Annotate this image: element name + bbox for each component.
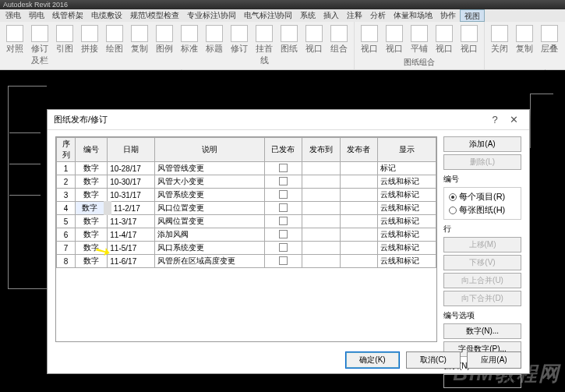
tool-icon: [206, 25, 223, 42]
tool-icon: [411, 25, 428, 42]
tool-icon: [106, 25, 123, 42]
menu-item[interactable]: 注释: [343, 9, 366, 22]
tool-icon: [281, 25, 298, 42]
move-up-button: 上移(M): [443, 237, 521, 253]
menu-item[interactable]: 系统: [296, 9, 320, 22]
table-row[interactable]: 1数字10-28/17风管管线变更标记: [57, 162, 436, 175]
dialog-title: 图纸发布/修订: [54, 114, 486, 125]
menu-item[interactable]: 电缆敷设: [87, 9, 126, 22]
num-options-label: 编号选项: [443, 310, 521, 321]
ribbon-button[interactable]: 视口: [358, 23, 381, 56]
table-row[interactable]: 8数字11-6/17风管所在区域高度变更云线和标记: [57, 255, 436, 268]
arclen-input[interactable]: 20.0: [443, 374, 521, 388]
ribbon-button[interactable]: 复制: [513, 23, 536, 68]
menu-item[interactable]: 体量和场地: [390, 9, 436, 22]
menu-item[interactable]: 协作: [436, 9, 460, 22]
table-row[interactable]: 4数字11-2/17风口位置变更云线和标记: [57, 202, 436, 215]
ribbon-button[interactable]: 拼接: [78, 23, 101, 68]
tool-icon: [231, 25, 248, 42]
merge-up-button: 向上合并(U): [443, 273, 521, 288]
ribbon-button[interactable]: 复制: [128, 23, 151, 68]
ribbon-button[interactable]: 挂首线: [252, 23, 276, 68]
revisions-table[interactable]: 序列编号日期说明已发布发布到发布者显示 1数字10-28/17风管管线变更标记2…: [56, 137, 436, 342]
published-checkbox[interactable]: [264, 202, 302, 215]
per-sheet-radio[interactable]: 每张图纸(H): [446, 203, 519, 217]
table-header[interactable]: 编号: [76, 138, 108, 162]
per-project-radio[interactable]: 每个项目(R): [446, 190, 519, 203]
ribbon-button[interactable]: 关闭: [488, 23, 511, 68]
ribbon-button[interactable]: 图例: [153, 23, 176, 68]
menu-item[interactable]: 插入: [320, 9, 343, 22]
ribbon-button[interactable]: 引图: [53, 23, 76, 68]
menu-item[interactable]: 弱电: [25, 9, 48, 22]
menu-bar[interactable]: 强电弱电线管桥架电缆敷设规范\模型检查专业标注\协同电气标注\协同系统插入注释分…: [0, 9, 565, 22]
ribbon-button[interactable]: 标准: [178, 23, 201, 68]
tool-icon: [56, 25, 73, 42]
menu-item[interactable]: 规范\模型检查: [126, 9, 183, 22]
cancel-button[interactable]: 取消(C): [406, 351, 461, 369]
ribbon-button[interactable]: 视口: [457, 23, 481, 56]
add-button[interactable]: 添加(A): [443, 136, 521, 152]
numbering-label: 编号: [443, 174, 521, 185]
menu-item[interactable]: 专业标注\协同: [183, 9, 240, 22]
published-checkbox[interactable]: [264, 215, 302, 228]
table-row[interactable]: 6数字11-4/17添加风阀云线和标记: [57, 228, 436, 242]
side-panel: 添加(A) 删除(L) 编号 每个项目(R) 每张图纸(H) 行 上移(M) 下…: [443, 136, 521, 342]
menu-item[interactable]: 分析: [366, 9, 390, 22]
ribbon-button[interactable]: 修订及栏: [28, 23, 51, 68]
row-label: 行: [443, 224, 521, 235]
tool-icon: [131, 25, 148, 42]
revisions-dialog: 图纸发布/修订 ? ✕ 序列编号日期说明已发布发布到发布者显示 1数字10-28…: [47, 109, 530, 374]
help-button[interactable]: ?: [486, 114, 504, 125]
tool-icon: [81, 25, 98, 42]
apply-button[interactable]: 应用(A): [467, 351, 521, 369]
table-header[interactable]: 序列: [57, 138, 76, 162]
close-button[interactable]: ✕: [504, 114, 523, 125]
ribbon: 对照修订及栏引图拼接绘图复制图例标准标题修订挂首线图纸视口组合创建视口视口平铺视…: [0, 22, 565, 70]
tool-icon: [516, 25, 533, 42]
tool-icon: [386, 25, 403, 42]
ribbon-button[interactable]: 视口: [433, 23, 456, 56]
ribbon-button[interactable]: 修订: [228, 23, 251, 68]
ribbon-button[interactable]: 层叠: [538, 23, 561, 68]
merge-down-button: 向下合并(D): [443, 291, 521, 306]
menu-item[interactable]: 强电: [2, 9, 25, 22]
table-header[interactable]: 已发布: [264, 138, 302, 162]
menu-item[interactable]: 电气标注\协同: [240, 9, 297, 22]
table-header[interactable]: 日期: [108, 138, 155, 162]
tool-icon: [6, 25, 23, 42]
table-header[interactable]: 显示: [378, 138, 436, 162]
table-row[interactable]: 5数字11-3/17风阀位置变更云线和标记: [57, 215, 436, 228]
revisions-table-wrap: 序列编号日期说明已发布发布到发布者显示 1数字10-28/17风管管线变更标记2…: [55, 136, 437, 342]
published-checkbox[interactable]: [264, 175, 302, 189]
ribbon-button[interactable]: 视口: [383, 23, 406, 56]
menu-item[interactable]: 视图: [460, 9, 485, 22]
published-checkbox[interactable]: [264, 228, 302, 242]
published-checkbox[interactable]: [264, 189, 302, 202]
table-header[interactable]: 说明: [155, 138, 264, 162]
table-row[interactable]: 3数字10-31/17风管系统变更云线和标记: [57, 189, 436, 202]
table-row[interactable]: 2数字10-30/17风管大小变更云线和标记: [57, 175, 436, 189]
published-checkbox[interactable]: [264, 162, 302, 175]
ok-button[interactable]: 确定(K): [345, 351, 400, 369]
published-checkbox[interactable]: [264, 242, 302, 255]
tool-icon: [181, 25, 198, 42]
tool-icon: [436, 25, 453, 42]
ribbon-button[interactable]: 对照: [3, 23, 26, 68]
tool-icon: [491, 25, 508, 42]
table-row[interactable]: 7数字11-5/17风口系统变更云线和标记: [57, 242, 436, 255]
menu-item[interactable]: 线管桥架: [48, 9, 87, 22]
numeric-button[interactable]: 数字(N)...: [443, 323, 521, 339]
ribbon-button[interactable]: 标题: [203, 23, 226, 68]
table-header[interactable]: 发布者: [340, 138, 378, 162]
ribbon-button[interactable]: 绘图: [103, 23, 126, 68]
tool-icon: [361, 25, 378, 42]
table-header[interactable]: 发布到: [302, 138, 341, 162]
tool-icon: [256, 25, 273, 42]
ribbon-button[interactable]: 视口: [302, 23, 326, 68]
published-checkbox[interactable]: [264, 255, 302, 268]
ribbon-button[interactable]: 组合: [327, 23, 351, 68]
ribbon-button[interactable]: 平铺: [408, 23, 431, 56]
ribbon-button[interactable]: 图纸: [277, 23, 301, 68]
move-down-button: 下移(V): [443, 255, 521, 270]
